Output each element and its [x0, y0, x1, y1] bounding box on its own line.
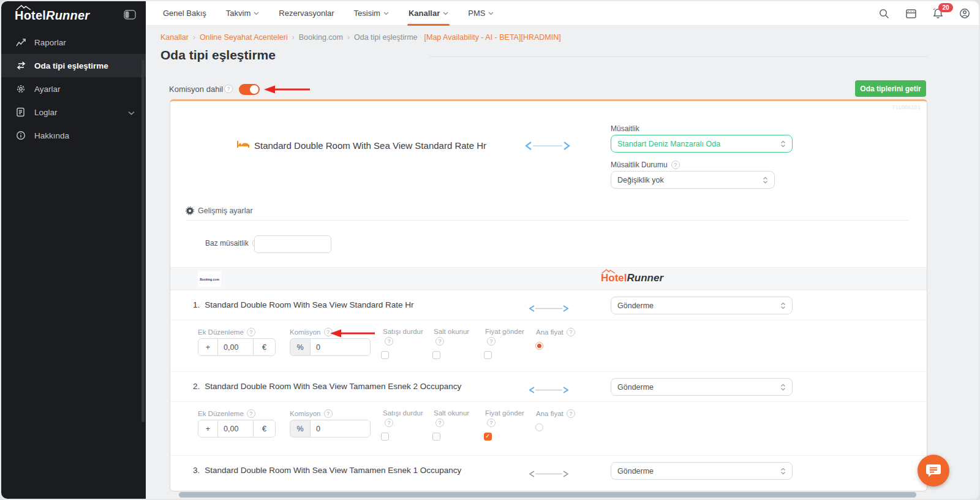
chevron-down-icon: [254, 12, 259, 15]
log-file-icon: [16, 107, 26, 118]
commission-value-input[interactable]: [311, 343, 370, 352]
room-mapping-row: 3.Standard Double Room With Sea View Tam…: [170, 455, 927, 491]
sidebar: HotelRunner Raporlar Oda tipi eşleştirme…: [1, 1, 146, 499]
sidebar-item-label: Hakkında: [34, 131, 69, 140]
breadcrumb-online-seyahat[interactable]: Online Seyahat Acenteleri: [200, 33, 288, 42]
help-icon[interactable]: [671, 161, 680, 169]
sidebar-collapse-icon[interactable]: [124, 10, 136, 22]
breadcrumb: Kanallar› Online Seyahat Acenteleri› Boo…: [160, 33, 561, 42]
adjustment-label: Ek Düzenleme: [198, 328, 255, 336]
send-price-checkbox[interactable]: [484, 433, 492, 441]
help-icon[interactable]: [435, 419, 444, 427]
commission-label: Komisyon: [290, 409, 333, 418]
commission-value-input[interactable]: [311, 425, 370, 433]
mapping-connector: [529, 470, 569, 478]
notification-count-badge: 20: [938, 3, 953, 12]
breadcrumb-booking[interactable]: Booking.com: [299, 33, 343, 42]
advanced-settings-gear-icon: [186, 206, 194, 218]
nav-right-icons: 20: [879, 1, 970, 26]
help-icon[interactable]: [487, 337, 496, 346]
help-icon[interactable]: [247, 409, 255, 418]
nav-takvim[interactable]: Takvim: [216, 1, 269, 26]
stop-sale-checkbox[interactable]: [381, 351, 389, 359]
adjustment-sign[interactable]: +: [198, 338, 218, 356]
chat-bubble-icon: [925, 463, 941, 478]
commission-label: Komisyon: [290, 328, 333, 336]
send-price-label: Fiyat gönder: [485, 328, 524, 335]
account-icon[interactable]: [959, 8, 970, 19]
nav-rezervasyonlar[interactable]: Rezervasyonlar: [269, 1, 344, 26]
adjustment-value-input[interactable]: [218, 343, 253, 352]
nav-tesisim[interactable]: Tesisim: [344, 1, 399, 26]
stop-sale-label: Satışı durdur: [383, 409, 423, 417]
adjustment-input-group: + €: [198, 420, 276, 438]
breadcrumb-kanallar[interactable]: Kanallar: [160, 33, 189, 42]
notifications-bell-icon[interactable]: 20: [933, 8, 943, 19]
mapping-connector: [524, 141, 571, 151]
adjustment-label: Ek Düzenleme: [198, 409, 255, 418]
help-icon[interactable]: [247, 328, 255, 336]
main-price-radio[interactable]: [535, 423, 543, 431]
breadcrumb-beta-flag: [Map Availability - AI - BETA][HRADMIN]: [424, 33, 561, 42]
sidebar-item-ayarlar[interactable]: Ayarlar: [1, 77, 146, 100]
commission-toggle[interactable]: [239, 84, 260, 95]
read-only-checkbox[interactable]: [432, 433, 440, 441]
search-icon[interactable]: [879, 9, 889, 19]
gear-icon: [16, 84, 26, 94]
divider: [186, 220, 910, 221]
channel-room-name: 2.Standard Double Room With Sea View Tam…: [193, 382, 461, 391]
chart-icon: [16, 37, 26, 48]
base-availability-input[interactable]: [254, 235, 331, 253]
help-icon[interactable]: [324, 409, 333, 418]
title-divider: [430, 56, 927, 57]
fetch-room-types-button[interactable]: Oda tiplerini getir: [855, 80, 926, 97]
adjustment-currency[interactable]: €: [253, 338, 276, 356]
availability-status-select[interactable]: Değişiklik yok: [611, 171, 775, 189]
stop-sale-checkbox[interactable]: [381, 433, 389, 441]
adjustment-value-input[interactable]: [218, 425, 253, 433]
availability-select[interactable]: Standart Deniz Manzaralı Oda: [611, 135, 793, 153]
base-availability-label: Baz müsaitlik: [205, 239, 261, 248]
help-icon[interactable]: [435, 337, 444, 346]
marketplace-icon[interactable]: [905, 9, 917, 19]
nav-kanallar[interactable]: Kanallar: [399, 1, 458, 26]
mapping-connector: [529, 386, 569, 394]
commission-prefix: %: [290, 338, 311, 356]
sidebar-item-hakkinda[interactable]: Hakkında: [1, 124, 146, 147]
brand-hotel: Hotel: [15, 9, 46, 22]
adjustment-sign[interactable]: +: [198, 420, 218, 438]
sidebar-item-oda-tipi-eslestirme[interactable]: Oda tipi eşleştirme: [1, 54, 146, 77]
sidebar-item-label: Ayarlar: [34, 85, 61, 94]
send-mode-select[interactable]: Gönderme: [611, 297, 793, 314]
channel-room-name: 3.Standard Double Room With Sea View Tam…: [193, 466, 461, 475]
help-icon[interactable]: [224, 85, 233, 93]
vertical-scrollbar[interactable]: [141, 59, 145, 422]
main-price-radio[interactable]: [535, 342, 543, 350]
chat-widget-button[interactable]: [918, 455, 949, 487]
hotelrunner-logo: HotelRunner: [15, 9, 89, 23]
nav-pms[interactable]: PMS: [458, 1, 503, 26]
breadcrumb-separator: ›: [347, 33, 350, 42]
chevron-down-icon: [488, 12, 494, 15]
nav-genel-bakis[interactable]: Genel Bakış: [153, 1, 216, 26]
send-price-checkbox[interactable]: [484, 351, 492, 359]
advanced-settings-label[interactable]: Gelişmiş ayarlar: [198, 206, 253, 215]
help-icon[interactable]: [567, 409, 575, 418]
adjustment-currency[interactable]: €: [253, 420, 276, 438]
help-icon[interactable]: [487, 419, 496, 427]
horizontal-scrollbar[interactable]: [179, 492, 916, 498]
help-icon[interactable]: [385, 419, 393, 427]
help-icon[interactable]: [567, 328, 575, 336]
help-icon[interactable]: [385, 337, 393, 346]
send-mode-select[interactable]: Gönderme: [611, 462, 793, 480]
sidebar-item-loglar[interactable]: Loglar: [1, 100, 146, 124]
room-mapping-row: 2.Standard Double Room With Sea View Tam…: [170, 371, 927, 455]
availability-status-label: Müsaitlik Durumu: [611, 161, 680, 169]
send-mode-select[interactable]: Gönderme: [611, 378, 793, 396]
read-only-checkbox[interactable]: [432, 351, 440, 359]
select-chevrons-icon: [780, 302, 786, 309]
swap-icon: [16, 61, 26, 71]
read-only-label: Salt okunur: [434, 409, 469, 417]
sidebar-item-raporlar[interactable]: Raporlar: [1, 31, 146, 54]
commission-prefix: %: [290, 420, 311, 438]
